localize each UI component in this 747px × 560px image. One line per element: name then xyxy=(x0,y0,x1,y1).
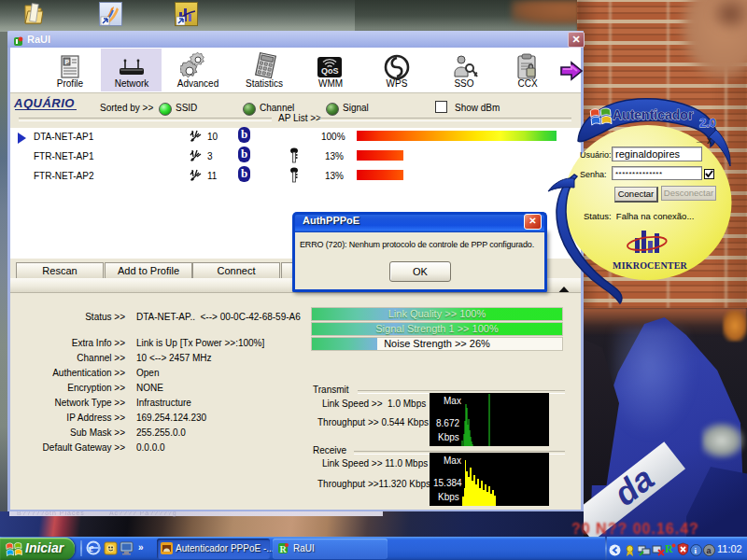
svg-text:P: P xyxy=(65,59,70,65)
svg-text:Autenticador: Autenticador xyxy=(613,107,694,122)
svg-text:_: _ xyxy=(696,133,702,143)
svg-text:R: R xyxy=(665,542,673,555)
svg-text:e: e xyxy=(89,541,94,554)
svg-text:QoS: QoS xyxy=(321,66,339,76)
svg-text:MIKROCENTER: MIKROCENTER xyxy=(613,260,688,271)
svg-text:x: x xyxy=(707,135,712,146)
svg-text:2.0: 2.0 xyxy=(699,116,716,130)
